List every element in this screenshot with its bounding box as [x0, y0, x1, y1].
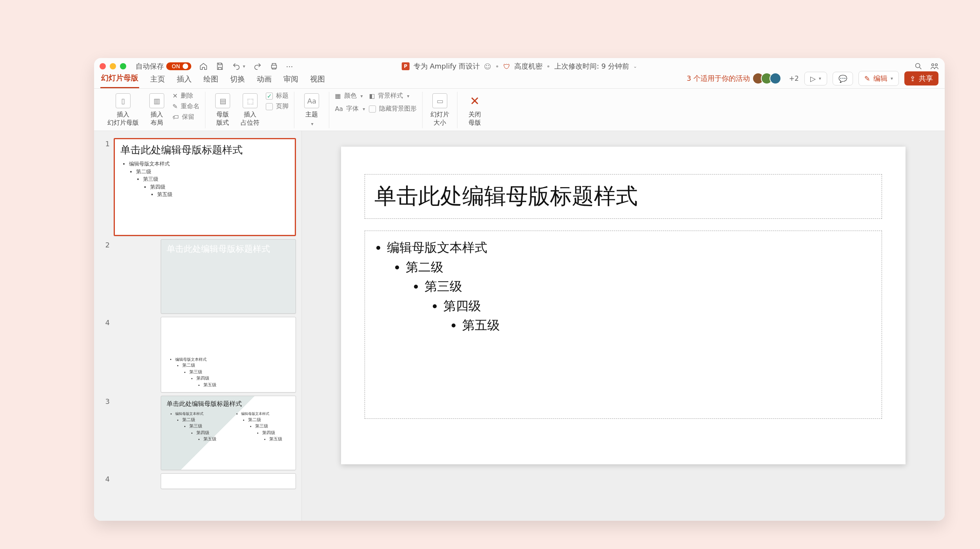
title-placeholder[interactable]: 单击此处编辑母版标题样式	[365, 174, 882, 219]
close-window-button[interactable]	[100, 63, 106, 69]
layout-thumbnail[interactable]: 编辑母版文本样式 第二级 第三级 第四级 第五级	[161, 317, 296, 393]
sensitivity-label[interactable]: 高度机密	[514, 62, 543, 71]
tab-home[interactable]: 主页	[149, 72, 166, 88]
presence-overflow[interactable]: +2	[789, 75, 799, 82]
home-icon[interactable]	[198, 61, 209, 71]
footer-checkbox[interactable]: 页脚	[266, 102, 289, 111]
insert-slide-master-button[interactable]: ▯插入 幻灯片母版	[105, 92, 141, 129]
thumb-row: 3 单击此处编辑母版标题样式 编辑母版文本样式 第二级 第三级 第四级 第五级	[100, 396, 296, 470]
ribbon-group-background: ▦颜色▾ Aa字体▾ ◧背景样式▾ 隐藏背景图形	[329, 92, 422, 128]
thumb-body-l4: 第四级	[196, 430, 225, 436]
play-icon: ▷	[810, 75, 816, 83]
search-icon[interactable]	[914, 62, 923, 71]
slideshow-button[interactable]: ▷▾	[804, 72, 827, 85]
titlebar-center: P 专为 Amplify 而设计 ☺ • 🛡 高度机密 • 上次修改时间: 9 …	[402, 62, 637, 71]
insert-placeholder-button[interactable]: ⬚插入 占位符▾	[238, 92, 262, 136]
tab-animations[interactable]: 动画	[256, 72, 272, 88]
body-l4: 第四级	[443, 296, 872, 316]
slide-canvas[interactable]: 单击此处编辑母版标题样式 编辑母版文本样式 第二级 第三级 第四级 第五级	[341, 147, 906, 464]
sensitivity-icon[interactable]: 🛡	[503, 62, 510, 71]
layout-thumbnail[interactable]: 单击此处编辑母版标题样式 编辑母版文本样式 第二级 第三级 第四级 第五级 编辑…	[161, 396, 296, 470]
tab-draw[interactable]: 绘图	[203, 72, 219, 88]
undo-icon[interactable]: ▾	[230, 61, 247, 71]
delete-button[interactable]: ✕删除	[172, 92, 200, 100]
checkbox-icon	[266, 103, 273, 110]
tab-slide-master[interactable]: 幻灯片母版	[100, 71, 139, 88]
avatar[interactable]	[769, 73, 781, 84]
rename-label: 重命名	[181, 102, 200, 111]
activity-label[interactable]: 3 个适用于你的活动	[687, 74, 750, 83]
slide-size-button[interactable]: ▭幻灯片 大小▾	[428, 92, 452, 136]
insert-layout-button[interactable]: ▥插入 布局	[145, 92, 169, 129]
last-modified-label[interactable]: 上次修改时间: 9 分钟前	[554, 62, 629, 71]
bg-styles-button[interactable]: ◧背景样式▾	[369, 92, 417, 100]
thumb-number: 4	[100, 317, 110, 327]
thumb-title: 单击此处编辑母版标题样式	[167, 244, 290, 255]
ribbon-group-themes: Aa主题▾	[294, 92, 329, 128]
share-button[interactable]: ⇪共享	[904, 71, 938, 85]
preserve-icon: 🏷	[172, 113, 179, 121]
rename-button[interactable]: ✎重命名	[172, 102, 200, 111]
body-l5: 第五级	[462, 316, 872, 335]
layout-thumbnail[interactable]: 单击此处编辑母版标题样式	[161, 239, 296, 314]
presence-avatars[interactable]	[755, 73, 781, 84]
thumb-body-l4: 第四级	[150, 183, 289, 191]
editing-mode-button[interactable]: ✎编辑▾	[858, 71, 899, 86]
minimize-window-button[interactable]	[110, 63, 116, 69]
preserve-button[interactable]: 🏷保留	[172, 113, 200, 121]
tabbar-right: 3 个适用于你的活动 +2 ▷▾ 💬 ✎编辑▾ ⇪共享	[687, 71, 938, 88]
print-icon[interactable]	[268, 61, 280, 71]
placeholder-checks: 标题 页脚	[266, 92, 289, 111]
title-checkbox[interactable]: 标题	[266, 92, 289, 100]
close-master-button[interactable]: ✕关闭 母版	[463, 92, 486, 129]
slide-canvas-area[interactable]: 单击此处编辑母版标题样式 编辑母版文本样式 第二级 第三级 第四级 第五级	[302, 131, 945, 521]
themes-button[interactable]: Aa主题▾	[300, 92, 323, 128]
ribbon: ▯插入 幻灯片母版 ▥插入 布局 ✕删除 ✎重命名 🏷保留 ▤母版 版式▾ ⬚插…	[94, 89, 945, 131]
insert-slide-master-label: 插入 幻灯片母版	[107, 111, 139, 127]
tab-transitions[interactable]: 切换	[229, 72, 246, 88]
window-controls	[100, 63, 126, 69]
master-thumbnail[interactable]: 单击此处编辑母版标题样式 编辑母版文本样式 第二级 第三级 第四级 第五级	[114, 138, 296, 236]
tab-view[interactable]: 视图	[309, 72, 326, 88]
fonts-button[interactable]: Aa字体▾	[335, 105, 365, 113]
redo-icon[interactable]	[252, 61, 263, 71]
thumbnail-pane[interactable]: 1 单击此处编辑母版标题样式 编辑母版文本样式 第二级 第三级 第四级 第五级	[94, 131, 302, 521]
tab-review[interactable]: 审阅	[283, 72, 299, 88]
hide-bg-checkbox[interactable]: 隐藏背景图形	[369, 105, 417, 113]
body-l3: 第三级	[425, 277, 872, 296]
share-people-icon[interactable]	[930, 62, 939, 71]
qat-overflow-icon[interactable]: ⋯	[285, 62, 295, 71]
chevron-down-icon[interactable]: ⌄	[633, 64, 637, 69]
fonts-label: 字体	[346, 105, 359, 113]
slide-master-icon: ▯	[116, 93, 131, 108]
presence-icon: ☺	[484, 62, 491, 71]
fonts-icon: Aa	[335, 105, 343, 113]
ribbon-group-close: ✕关闭 母版	[457, 92, 492, 128]
comments-button[interactable]: 💬	[833, 72, 853, 85]
slide-size-label: 幻灯片 大小	[430, 111, 449, 127]
tab-insert[interactable]: 插入	[176, 72, 192, 88]
themes-label: 主题	[305, 111, 318, 119]
thumb-body-l5: 第五级	[269, 436, 290, 443]
layout-thumbnail[interactable]	[161, 473, 296, 489]
autosave-toggle[interactable]: 自动保存 ON	[134, 61, 193, 72]
body-l2: 第二级	[406, 258, 872, 277]
thumb-body-l4: 第四级	[196, 375, 290, 382]
document-title: 专为 Amplify 而设计	[414, 62, 480, 71]
hide-bg-label: 隐藏背景图形	[379, 105, 417, 113]
thumb-body-l5: 第五级	[203, 382, 290, 389]
colors-button[interactable]: ▦颜色▾	[335, 92, 365, 100]
preserve-label: 保留	[182, 113, 194, 121]
body-placeholder[interactable]: 编辑母版文本样式 第二级 第三级 第四级 第五级	[365, 231, 882, 419]
share-label: 共享	[919, 74, 933, 83]
save-icon[interactable]	[214, 61, 226, 71]
thumb-body: 编辑母版文本样式 第二级 第三级 第四级 第五级	[175, 356, 290, 388]
master-layout-button[interactable]: ▤母版 版式▾	[211, 92, 234, 136]
autosave-state: ON	[172, 63, 180, 69]
thumb-body-l3: 第三级	[189, 423, 225, 430]
title-placeholder-text: 单击此处编辑母版标题样式	[374, 183, 638, 209]
app-window: 自动保存 ON ▾ ⋯ P 专为 Amplify 而设计 ☺ • 🛡 高度机密 …	[94, 58, 945, 521]
thumb-number: 4	[100, 473, 110, 483]
maximize-window-button[interactable]	[120, 63, 126, 69]
svg-point-1	[916, 64, 920, 68]
